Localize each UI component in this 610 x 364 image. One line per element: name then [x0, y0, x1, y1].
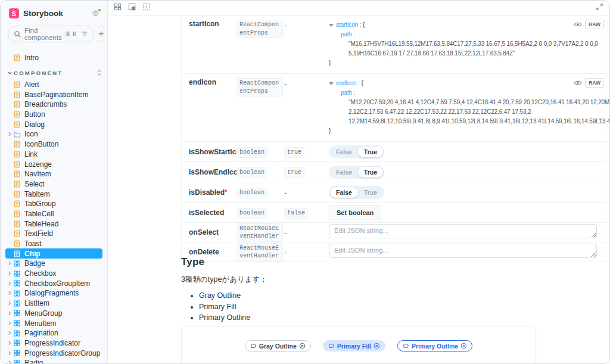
- sidebar-item-label: TableCell: [24, 210, 54, 218]
- docs-canvas: startIcon ReactComponentProps - startIco…: [108, 15, 609, 363]
- sidebar-item-menuitem[interactable]: MenuItem: [5, 318, 102, 328]
- sidebar-item-toast[interactable]: Toast: [5, 239, 102, 249]
- sidebar-item-listitem[interactable]: ListItem: [5, 298, 102, 309]
- sidebar-item-iconbutton[interactable]: IconButton: [5, 139, 102, 150]
- sidebar-item-select[interactable]: Select: [5, 179, 102, 189]
- sidebar-item-tablecell[interactable]: TableCell: [5, 209, 102, 219]
- close-circle-icon[interactable]: [299, 343, 306, 349]
- chevron-right-icon: [7, 341, 12, 346]
- json-control[interactable]: endIcon : { path : "M12,20C7.59,20 4,16.…: [329, 78, 609, 136]
- component-icon: [14, 270, 20, 277]
- settings-gear-icon[interactable]: ⚙: [92, 10, 99, 17]
- set-boolean-button[interactable]: Set boolean: [329, 205, 381, 220]
- add-button[interactable]: +: [98, 26, 104, 42]
- sidebar-item-label: BasePaginationItem: [24, 91, 88, 99]
- arg-row-isDisabled: isDisabled* boolean - FalseTrue: [182, 182, 608, 203]
- sidebar-item-button[interactable]: Button: [5, 110, 102, 120]
- toggle-option-true[interactable]: True: [358, 147, 383, 157]
- isShowEndIcon-toggle[interactable]: FalseTrue: [329, 166, 384, 179]
- sidebar-item-radio[interactable]: Radio: [5, 358, 102, 363]
- onSelect-json-input[interactable]: [329, 224, 597, 238]
- arg-row-endIcon: endIcon ReactComponentProps - endIcon : …: [182, 74, 608, 142]
- sidebar-item-basepaginationitem[interactable]: BasePaginationItem: [5, 89, 102, 99]
- sidebar-item-dialogfragments[interactable]: DialogFragments: [5, 288, 102, 298]
- isDisabled-toggle[interactable]: FalseTrue: [329, 186, 384, 199]
- sidebar-item-checkbox[interactable]: Checkbox: [5, 269, 102, 279]
- doc-icon: [14, 151, 20, 158]
- sidebar-item-label: Pagination: [24, 329, 58, 337]
- chevron-down-icon: [7, 70, 14, 76]
- sidebar-item-label: Lozenge: [24, 160, 52, 169]
- type-bullet: Primary Fill: [199, 303, 267, 311]
- sidebar-item-dialog[interactable]: Dialog: [5, 119, 102, 129]
- sidebar-item-label: TabGroup: [24, 200, 56, 208]
- layout-grid-icon[interactable]: [114, 2, 122, 13]
- sidebar-item-chip[interactable]: Chip: [5, 248, 102, 259]
- chevron-right-icon: [7, 132, 12, 136]
- toggle-option-false[interactable]: False: [330, 187, 358, 198]
- raw-toggle[interactable]: RAW: [574, 78, 604, 88]
- onDelete-json-input[interactable]: [329, 244, 597, 258]
- sidebar-item-label: Button: [24, 110, 45, 119]
- sidebar-item-textfield[interactable]: TextField: [5, 229, 102, 239]
- json-control[interactable]: startIcon : { path : "M16,17H5V7H16L19.5…: [329, 20, 600, 68]
- panel-layout-icon[interactable]: [128, 2, 136, 13]
- collapse-triangle-icon[interactable]: [329, 82, 334, 85]
- close-circle-icon[interactable]: [460, 343, 467, 349]
- component-section-header[interactable]: COMPONENT: [5, 69, 102, 77]
- collapse-triangle-icon[interactable]: [329, 24, 334, 27]
- sidebar-item-pagination[interactable]: Pagination: [5, 328, 102, 338]
- eye-icon[interactable]: [574, 80, 582, 86]
- fullscreen-icon[interactable]: [596, 2, 603, 13]
- sidebar-item-tabgroup[interactable]: TabGroup: [5, 199, 102, 209]
- notification-dot: [98, 8, 101, 12]
- type-heading: Type: [181, 256, 267, 268]
- arg-type: boolean: [236, 188, 267, 198]
- storybook-logo[interactable]: S: [9, 8, 19, 18]
- raw-button[interactable]: RAW: [585, 20, 604, 29]
- isShowStartIcon-toggle[interactable]: FalseTrue: [329, 145, 384, 158]
- sidebar-item-navitem[interactable]: NavItem: [5, 169, 102, 179]
- sidebar-item-label: Toast: [24, 239, 42, 248]
- sidebar-item-lozenge[interactable]: Lozenge: [5, 159, 102, 169]
- sidebar-item-breadcrumbs[interactable]: Breadcrumbs: [5, 99, 102, 110]
- sidebar-item-intro[interactable]: Intro: [5, 53, 102, 63]
- arg-row-startIcon: startIcon ReactComponentProps - startIco…: [182, 15, 608, 74]
- sidebar-item-tablehead[interactable]: TableHead: [5, 219, 102, 229]
- toggle-option-false[interactable]: False: [330, 147, 358, 157]
- toggle-option-false[interactable]: False: [330, 167, 358, 178]
- raw-button[interactable]: RAW: [585, 78, 604, 88]
- doc-icon: [14, 200, 20, 207]
- sidebar-item-alert[interactable]: Alert: [5, 80, 102, 90]
- raw-toggle[interactable]: RAW: [574, 20, 604, 29]
- sidebar-item-icon[interactable]: Icon: [5, 129, 102, 139]
- sidebar-item-progressindicator[interactable]: ProgressIndicator: [5, 338, 102, 349]
- tag-icon: [328, 343, 335, 349]
- sidebar-item-menugroup[interactable]: MenuGroup: [5, 309, 102, 319]
- close-circle-icon[interactable]: [374, 343, 380, 349]
- toggle-option-true[interactable]: True: [358, 187, 383, 198]
- sidebar-item-label: TableHead: [24, 220, 58, 228]
- search-input[interactable]: Find components ⌘ K: [8, 26, 94, 42]
- chip-primary-outline[interactable]: Primary Outline: [397, 340, 472, 351]
- chip-gray-outline[interactable]: Gray Outline: [245, 340, 311, 351]
- toggle-option-true[interactable]: True: [358, 167, 383, 178]
- sidebar-item-tabitem[interactable]: TabItem: [5, 189, 102, 199]
- sidebar-item-label: Chip: [24, 250, 41, 258]
- sidebar-item-badge[interactable]: Badge: [5, 259, 102, 269]
- arg-type: boolean: [236, 167, 267, 178]
- eye-icon[interactable]: [574, 21, 582, 27]
- outline-frame-icon[interactable]: [142, 2, 150, 13]
- filter-icon[interactable]: [81, 30, 88, 38]
- tag-icon: [250, 343, 257, 349]
- component-icon: [14, 330, 20, 337]
- collapse-expand-all-icon[interactable]: [97, 69, 102, 77]
- sidebar-item-link[interactable]: Link: [5, 150, 102, 160]
- sidebar-item-checkboxgroupitem[interactable]: CheckboxGroupItem: [5, 278, 102, 288]
- sidebar-item-label: Checkbox: [24, 269, 56, 278]
- component-icon: [14, 300, 20, 307]
- chip-primary-fill[interactable]: Primary Fill: [323, 340, 385, 351]
- sidebar-item-label: Alert: [24, 80, 39, 89]
- sidebar-item-label: Breadcrumbs: [24, 100, 67, 108]
- sidebar-item-progressindicatorgroup[interactable]: ProgressIndicatorGroup: [5, 348, 102, 358]
